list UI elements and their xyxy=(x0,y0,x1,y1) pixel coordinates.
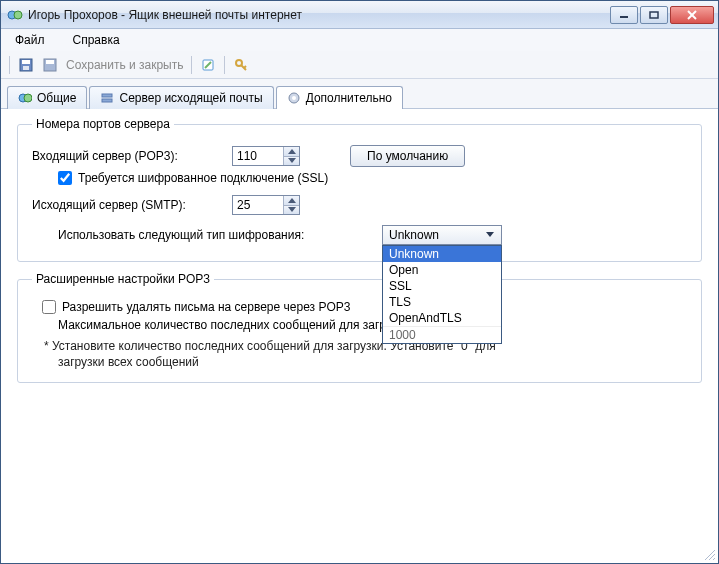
allow-delete-label: Разрешить удалять письма на сервере чере… xyxy=(62,300,350,314)
encryption-type-label: Использовать следующий тип шифрования: xyxy=(58,228,332,242)
svg-line-4 xyxy=(688,11,696,19)
smtp-port-spinner[interactable] xyxy=(232,195,300,215)
titlebar: Игорь Прохоров - Ящик внешней почты инте… xyxy=(1,1,718,29)
svg-marker-22 xyxy=(288,158,296,163)
ports-group: Номера портов сервера Входящий сервер (P… xyxy=(17,117,702,262)
tab-label: Дополнительно xyxy=(306,91,392,105)
hidden-value: 1000 xyxy=(383,326,501,343)
svg-point-20 xyxy=(292,96,296,100)
spin-down[interactable] xyxy=(284,157,299,166)
svg-rect-17 xyxy=(102,94,112,97)
tab-strip: Общие Сервер исходящей почты Дополнитель… xyxy=(1,79,718,109)
encryption-droplist: Unknown Open SSL TLS OpenAndTLS 1000 xyxy=(382,245,502,344)
encryption-combo-wrap: Unknown Unknown Open SSL TLS OpenAndTLS … xyxy=(382,225,502,245)
advanced-legend: Расширенные настройки POP3 xyxy=(32,272,214,286)
save-icon[interactable] xyxy=(16,55,36,75)
combo-option[interactable]: OpenAndTLS xyxy=(383,310,501,326)
window-buttons xyxy=(610,6,714,24)
separator xyxy=(191,56,192,74)
spin-down[interactable] xyxy=(284,206,299,215)
svg-rect-8 xyxy=(23,66,29,70)
svg-line-28 xyxy=(713,558,715,560)
svg-marker-23 xyxy=(288,198,296,203)
tab-advanced[interactable]: Дополнительно xyxy=(276,86,403,109)
svg-marker-25 xyxy=(486,232,494,237)
menu-file[interactable]: Файл xyxy=(9,31,51,49)
combo-option[interactable]: TLS xyxy=(383,294,501,310)
app-icon xyxy=(7,7,23,23)
maximize-button[interactable] xyxy=(640,6,668,24)
smtp-port-input[interactable] xyxy=(233,196,283,214)
svg-marker-21 xyxy=(288,149,296,154)
svg-rect-3 xyxy=(650,12,658,18)
spinner-arrows xyxy=(283,147,299,165)
spin-up[interactable] xyxy=(284,147,299,157)
refresh-icon[interactable] xyxy=(198,55,218,75)
spin-up[interactable] xyxy=(284,196,299,206)
combo-option[interactable]: SSL xyxy=(383,278,501,294)
save-close-label[interactable]: Сохранить и закрыть xyxy=(64,58,185,72)
tab-label: Сервер исходящей почты xyxy=(119,91,262,105)
window-title: Игорь Прохоров - Ящик внешней почты инте… xyxy=(28,8,610,22)
svg-rect-10 xyxy=(46,60,54,64)
svg-rect-18 xyxy=(102,99,112,102)
tab-content: Номера портов сервера Входящий сервер (P… xyxy=(1,109,718,401)
allow-delete-row[interactable]: Разрешить удалять письма на сервере чере… xyxy=(42,300,350,314)
toolbar-grip xyxy=(9,56,10,74)
ssl-checkbox-label: Требуется шифрованное подключение (SSL) xyxy=(78,171,328,185)
smtp-label: Исходящий сервер (SMTP): xyxy=(32,198,232,212)
combo-option[interactable]: Open xyxy=(383,262,501,278)
allow-delete-checkbox[interactable] xyxy=(42,300,56,314)
svg-marker-24 xyxy=(288,207,296,212)
tab-label: Общие xyxy=(37,91,76,105)
pop3-port-input[interactable] xyxy=(233,147,283,165)
gear-icon xyxy=(287,91,301,105)
chevron-down-icon xyxy=(483,232,497,238)
menu-help[interactable]: Справка xyxy=(67,31,126,49)
combo-option[interactable]: Unknown xyxy=(383,246,501,262)
advanced-pop3-group: Расширенные настройки POP3 Разрешить уда… xyxy=(17,272,702,383)
ports-legend: Номера портов сервера xyxy=(32,117,174,131)
svg-point-16 xyxy=(24,94,32,102)
key-icon[interactable] xyxy=(231,55,251,75)
menubar: Файл Справка xyxy=(1,29,718,51)
svg-line-14 xyxy=(244,66,246,68)
tab-general[interactable]: Общие xyxy=(7,86,87,109)
encryption-combo[interactable]: Unknown xyxy=(382,225,502,245)
window: Игорь Прохоров - Ящик внешней почты инте… xyxy=(0,0,719,564)
svg-line-5 xyxy=(688,11,696,19)
close-button[interactable] xyxy=(670,6,714,24)
server-icon xyxy=(100,91,114,105)
ssl-checkbox-row[interactable]: Требуется шифрованное подключение (SSL) xyxy=(58,171,328,185)
minimize-button[interactable] xyxy=(610,6,638,24)
combo-value: Unknown xyxy=(389,228,483,242)
svg-point-1 xyxy=(14,11,22,19)
save-close-icon[interactable] xyxy=(40,55,60,75)
svg-rect-2 xyxy=(620,16,628,18)
spinner-arrows xyxy=(283,196,299,214)
globe-icon xyxy=(18,91,32,105)
ssl-checkbox[interactable] xyxy=(58,171,72,185)
hint-text: * Установите количество последних сообще… xyxy=(44,338,687,370)
separator xyxy=(224,56,225,74)
resize-grip[interactable] xyxy=(702,547,716,561)
svg-rect-7 xyxy=(22,60,30,64)
tab-outgoing-server[interactable]: Сервер исходящей почты xyxy=(89,86,273,109)
max-download-label: Максимальное количество последних сообще… xyxy=(58,318,414,332)
toolbar: Сохранить и закрыть xyxy=(1,51,718,79)
pop3-label: Входящий сервер (POP3): xyxy=(32,149,232,163)
default-button[interactable]: По умолчанию xyxy=(350,145,465,167)
pop3-port-spinner[interactable] xyxy=(232,146,300,166)
